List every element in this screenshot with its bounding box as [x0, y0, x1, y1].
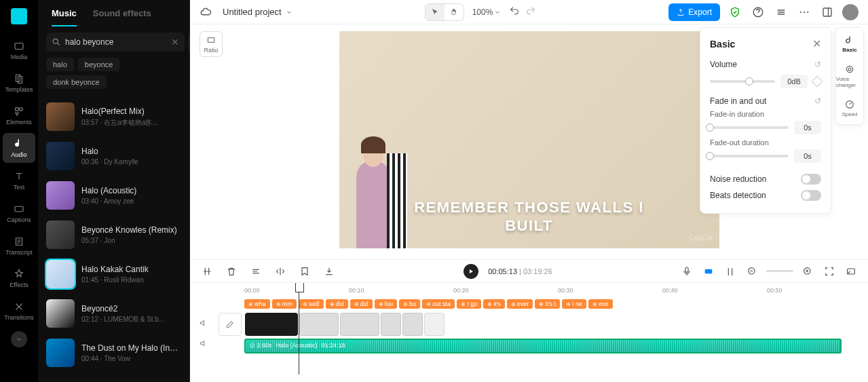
cloud-icon[interactable] — [200, 6, 212, 18]
timeline[interactable]: 00:0000:1000:2000:3000:4000:50 ⊕wha⊕rem⊕… — [190, 282, 868, 375]
zoom-slider[interactable] — [766, 270, 793, 272]
search-box[interactable]: ✕ — [46, 33, 185, 52]
tab-music[interactable]: Music — [52, 8, 77, 26]
video-clip[interactable] — [245, 313, 298, 336]
track-list[interactable]: Halo(Perfect Mix) 03:57 · 在忘a李铭艳a苏... Ha… — [38, 94, 189, 382]
zoom-percent[interactable]: 100% — [472, 7, 502, 17]
track-row[interactable]: The Dust on My Halo (Instrumental) 00:44… — [46, 333, 181, 373]
mic-tool[interactable] — [679, 264, 694, 279]
rail-media[interactable]: Media — [3, 35, 35, 65]
track-row[interactable]: Halo(Perfect Mix) 03:57 · 在忘a李铭艳a苏... — [46, 97, 181, 136]
mirror-tool[interactable] — [273, 264, 288, 279]
autocaption-tool[interactable] — [701, 264, 716, 279]
fade-in-value[interactable]: 0s — [794, 121, 821, 134]
inspector-close-icon[interactable]: ✕ — [812, 37, 821, 50]
download-tool[interactable] — [322, 264, 337, 279]
track-row[interactable]: Halo Kakak Cantik 01:45 · Rusli Ridwan — [46, 254, 181, 294]
fade-in-slider[interactable] — [710, 126, 789, 129]
caption-chip[interactable]: ⊕fou — [375, 299, 398, 309]
rail-templates[interactable]: Templates — [3, 68, 35, 98]
audio-track-mute[interactable] — [190, 335, 217, 352]
tab-sound-effects[interactable]: Sound effects — [93, 8, 151, 26]
audio-track[interactable]: ⊙ 2.60x Halo (Acoustic) 01:24:18 — [244, 337, 868, 355]
settings-icon[interactable] — [773, 4, 789, 20]
volume-value[interactable]: 0dB — [780, 75, 808, 88]
video-track-mute[interactable] — [190, 311, 217, 335]
rail-effects[interactable]: Effects — [3, 263, 35, 293]
video-clip[interactable] — [424, 313, 445, 336]
video-track[interactable] — [244, 311, 868, 337]
rail-audio[interactable]: Audio — [3, 133, 35, 163]
pan-tool[interactable] — [445, 4, 464, 20]
caption-chip[interactable]: ⊕bu — [399, 299, 420, 309]
rail-captions[interactable]: Captions — [3, 198, 35, 228]
caption-chip[interactable]: ⊕well — [299, 299, 324, 309]
volume-keyframe-icon[interactable] — [812, 76, 823, 88]
caption-chip[interactable]: ⊕eve — [588, 299, 613, 309]
app-logo[interactable] — [11, 8, 27, 24]
video-clip[interactable] — [340, 313, 379, 336]
rail-more[interactable] — [11, 331, 27, 347]
track-row[interactable]: Beyoncé2 02:12 · LUMEMOB & St.b... — [46, 294, 181, 333]
fit-tool[interactable] — [822, 264, 837, 279]
video-clip[interactable] — [381, 313, 401, 336]
export-button[interactable]: Export — [668, 3, 720, 21]
caption-chip[interactable]: ⊕did — [326, 299, 348, 309]
fade-out-value[interactable]: 0s — [794, 149, 821, 163]
redo-button[interactable] — [525, 5, 536, 19]
rail-text[interactable]: Text — [3, 166, 35, 195]
search-clear-icon[interactable]: ✕ — [171, 37, 179, 47]
noise-reduction-toggle[interactable] — [801, 174, 821, 185]
track-row[interactable]: Beyoncé Knowles (Remix) 05:37 · Jon — [46, 215, 181, 254]
split-tool[interactable] — [200, 264, 214, 279]
caption-chip[interactable]: ⊕I ne — [562, 299, 586, 309]
magnet-tool[interactable] — [723, 264, 738, 279]
zoom-in-tool[interactable] — [800, 264, 815, 279]
shield-icon[interactable] — [727, 4, 743, 20]
select-tool[interactable] — [426, 4, 445, 20]
crop-tool[interactable] — [248, 264, 263, 279]
undo-button[interactable] — [509, 5, 520, 19]
caption-chip[interactable]: ⊕I go — [457, 299, 481, 309]
caption-chip[interactable]: ⊕ever — [507, 299, 533, 309]
avatar[interactable] — [842, 4, 858, 20]
more-icon[interactable]: ⋯ — [796, 4, 812, 20]
playhead[interactable] — [299, 283, 299, 375]
help-icon[interactable] — [750, 4, 766, 20]
inspector-rail-speed[interactable]: Speed — [836, 95, 863, 121]
search-input[interactable] — [65, 37, 167, 47]
chip[interactable]: beyonce — [78, 58, 120, 71]
caption-chip[interactable]: ⊕it's — [483, 299, 505, 309]
caption-chip[interactable]: ⊕did — [350, 299, 373, 309]
caption-chip[interactable]: ⊕out sta — [422, 299, 455, 309]
video-clip[interactable] — [402, 313, 423, 336]
layout-icon[interactable] — [819, 4, 835, 20]
track-row[interactable]: Halo (Acoustic) 03:40 · Amoy zee — [46, 176, 181, 215]
timeline-ruler[interactable]: 00:0000:1000:2000:3000:4000:50 — [190, 283, 868, 297]
fade-reset-icon[interactable]: ↺ — [814, 96, 821, 106]
rail-transcript[interactable]: Transcript — [3, 231, 35, 261]
caption-chip[interactable]: ⊕it's t — [535, 299, 560, 309]
volume-slider[interactable] — [710, 80, 775, 83]
rail-elements[interactable]: Elements — [3, 100, 35, 130]
caption-track-toggle[interactable] — [190, 297, 217, 311]
caption-chip[interactable]: ⊕wha — [244, 299, 270, 309]
volume-reset-icon[interactable]: ↺ — [814, 60, 821, 69]
inspector-rail-voice-changer[interactable]: Voice changer — [836, 60, 863, 92]
inspector-rail-basic[interactable]: Basic — [836, 31, 863, 57]
rail-transitions[interactable]: Transitions — [3, 296, 35, 326]
caption-track[interactable]: ⊕wha⊕rem⊕well⊕did⊕did⊕fou⊕bu⊕out sta⊕I g… — [244, 297, 868, 311]
preview-canvas[interactable]: REMEMBER THOSE WALLS I BUILT CapCut — [339, 31, 719, 248]
settings-tool[interactable] — [844, 264, 858, 279]
chip[interactable]: halo — [46, 58, 74, 71]
audio-clip[interactable]: ⊙ 2.60x Halo (Acoustic) 01:24:18 — [244, 339, 842, 354]
ratio-button[interactable]: Ratio — [200, 31, 223, 57]
video-clip[interactable] — [299, 313, 339, 336]
chip[interactable]: donk beyonce — [46, 75, 107, 89]
project-name[interactable]: Untitled project — [223, 7, 293, 17]
beats-detection-toggle[interactable] — [801, 190, 821, 201]
fade-out-slider[interactable] — [710, 155, 789, 157]
play-button[interactable] — [464, 264, 478, 279]
delete-tool[interactable] — [224, 264, 239, 279]
caption-chip[interactable]: ⊕rem — [272, 299, 297, 309]
